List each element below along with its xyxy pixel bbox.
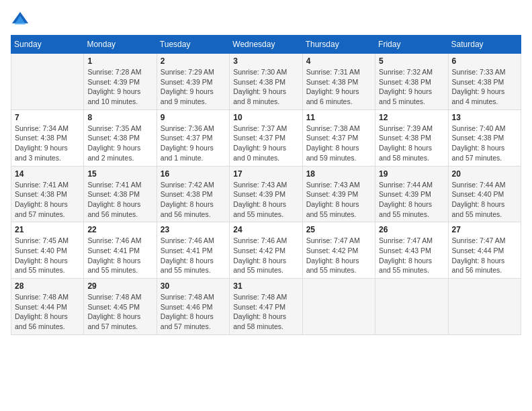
day-number: 4	[306, 56, 371, 66]
calendar-cell: 10Sunrise: 7:37 AMSunset: 4:37 PMDayligh…	[230, 109, 302, 166]
calendar-cell: 11Sunrise: 7:38 AMSunset: 4:37 PMDayligh…	[302, 109, 375, 166]
calendar-cell: 31Sunrise: 7:48 AMSunset: 4:47 PMDayligh…	[230, 279, 302, 335]
week-row-1: 1Sunrise: 7:28 AMSunset: 4:39 PMDaylight…	[11, 54, 521, 110]
calendar-cell	[448, 279, 521, 335]
day-info: Sunrise: 7:45 AMSunset: 4:40 PMDaylight:…	[15, 236, 80, 275]
day-info: Sunrise: 7:43 AMSunset: 4:39 PMDaylight:…	[306, 180, 371, 220]
calendar-cell: 8Sunrise: 7:35 AMSunset: 4:38 PMDaylight…	[84, 109, 157, 166]
calendar-cell: 25Sunrise: 7:47 AMSunset: 4:42 PMDayligh…	[302, 222, 375, 279]
calendar-cell: 28Sunrise: 7:48 AMSunset: 4:44 PMDayligh…	[11, 279, 84, 335]
day-info: Sunrise: 7:42 AMSunset: 4:38 PMDaylight:…	[161, 180, 226, 220]
week-row-5: 28Sunrise: 7:48 AMSunset: 4:44 PMDayligh…	[11, 279, 521, 335]
day-number: 28	[15, 281, 80, 291]
calendar-cell: 16Sunrise: 7:42 AMSunset: 4:38 PMDayligh…	[157, 166, 229, 222]
calendar-cell: 20Sunrise: 7:44 AMSunset: 4:40 PMDayligh…	[448, 166, 521, 222]
week-row-3: 14Sunrise: 7:41 AMSunset: 4:38 PMDayligh…	[11, 166, 521, 222]
day-number: 17	[233, 169, 298, 179]
day-info: Sunrise: 7:31 AMSunset: 4:38 PMDaylight:…	[306, 67, 371, 107]
day-number: 19	[379, 169, 444, 179]
day-number: 7	[15, 113, 80, 122]
day-info: Sunrise: 7:46 AMSunset: 4:41 PMDaylight:…	[161, 236, 226, 275]
day-number: 14	[15, 169, 80, 179]
calendar-cell: 1Sunrise: 7:28 AMSunset: 4:39 PMDaylight…	[84, 54, 157, 110]
day-info: Sunrise: 7:48 AMSunset: 4:44 PMDaylight:…	[15, 292, 80, 332]
day-number: 2	[161, 56, 226, 66]
day-info: Sunrise: 7:40 AMSunset: 4:38 PMDaylight:…	[452, 124, 517, 163]
day-number: 3	[233, 56, 298, 66]
calendar-cell: 26Sunrise: 7:47 AMSunset: 4:43 PMDayligh…	[375, 222, 448, 279]
calendar-cell: 15Sunrise: 7:41 AMSunset: 4:38 PMDayligh…	[84, 166, 157, 222]
day-number: 23	[161, 225, 226, 234]
day-info: Sunrise: 7:38 AMSunset: 4:37 PMDaylight:…	[306, 124, 371, 163]
calendar-cell: 5Sunrise: 7:32 AMSunset: 4:38 PMDaylight…	[375, 54, 448, 110]
calendar-cell: 4Sunrise: 7:31 AMSunset: 4:38 PMDaylight…	[302, 54, 375, 110]
day-number: 21	[15, 225, 80, 234]
header-thursday: Thursday	[302, 36, 375, 54]
day-number: 1	[87, 56, 152, 66]
calendar-cell	[302, 279, 375, 335]
day-info: Sunrise: 7:28 AMSunset: 4:39 PMDaylight:…	[87, 67, 152, 107]
day-info: Sunrise: 7:30 AMSunset: 4:38 PMDaylight:…	[233, 67, 298, 107]
day-info: Sunrise: 7:43 AMSunset: 4:39 PMDaylight:…	[233, 180, 298, 220]
calendar-cell: 2Sunrise: 7:29 AMSunset: 4:39 PMDaylight…	[157, 54, 229, 110]
day-info: Sunrise: 7:39 AMSunset: 4:38 PMDaylight:…	[379, 124, 444, 163]
day-number: 15	[87, 169, 152, 179]
calendar-cell: 7Sunrise: 7:34 AMSunset: 4:38 PMDaylight…	[11, 109, 84, 166]
header-row: SundayMondayTuesdayWednesdayThursdayFrid…	[11, 36, 521, 54]
day-number: 8	[87, 113, 152, 122]
day-number: 27	[452, 225, 517, 234]
day-info: Sunrise: 7:33 AMSunset: 4:38 PMDaylight:…	[452, 67, 517, 107]
calendar-cell: 13Sunrise: 7:40 AMSunset: 4:38 PMDayligh…	[448, 109, 521, 166]
calendar-table: SundayMondayTuesdayWednesdayThursdayFrid…	[11, 35, 521, 335]
day-info: Sunrise: 7:48 AMSunset: 4:46 PMDaylight:…	[161, 292, 226, 332]
day-info: Sunrise: 7:34 AMSunset: 4:38 PMDaylight:…	[15, 124, 80, 163]
calendar-cell: 6Sunrise: 7:33 AMSunset: 4:38 PMDaylight…	[448, 54, 521, 110]
calendar-cell: 21Sunrise: 7:45 AMSunset: 4:40 PMDayligh…	[11, 222, 84, 279]
day-number: 16	[161, 169, 226, 179]
header-tuesday: Tuesday	[157, 36, 229, 54]
day-info: Sunrise: 7:35 AMSunset: 4:38 PMDaylight:…	[87, 124, 152, 163]
calendar-cell: 17Sunrise: 7:43 AMSunset: 4:39 PMDayligh…	[230, 166, 302, 222]
day-info: Sunrise: 7:46 AMSunset: 4:41 PMDaylight:…	[87, 236, 152, 275]
day-info: Sunrise: 7:47 AMSunset: 4:42 PMDaylight:…	[306, 236, 371, 275]
calendar-cell	[11, 54, 84, 110]
day-number: 24	[233, 225, 298, 234]
calendar-cell: 9Sunrise: 7:36 AMSunset: 4:37 PMDaylight…	[157, 109, 229, 166]
day-info: Sunrise: 7:44 AMSunset: 4:39 PMDaylight:…	[379, 180, 444, 220]
day-number: 13	[452, 113, 517, 122]
day-info: Sunrise: 7:48 AMSunset: 4:45 PMDaylight:…	[87, 292, 152, 332]
calendar-cell: 23Sunrise: 7:46 AMSunset: 4:41 PMDayligh…	[157, 222, 229, 279]
day-number: 11	[306, 113, 371, 122]
day-number: 6	[452, 56, 517, 66]
logo	[11, 11, 32, 30]
day-number: 26	[379, 225, 444, 234]
day-info: Sunrise: 7:44 AMSunset: 4:40 PMDaylight:…	[452, 180, 517, 220]
page-header	[11, 11, 521, 30]
calendar-cell: 27Sunrise: 7:47 AMSunset: 4:44 PMDayligh…	[448, 222, 521, 279]
day-number: 30	[161, 281, 226, 291]
day-info: Sunrise: 7:36 AMSunset: 4:37 PMDaylight:…	[161, 124, 226, 163]
day-number: 5	[379, 56, 444, 66]
day-info: Sunrise: 7:41 AMSunset: 4:38 PMDaylight:…	[87, 180, 152, 220]
day-number: 25	[306, 225, 371, 234]
day-number: 22	[87, 225, 152, 234]
calendar-cell: 3Sunrise: 7:30 AMSunset: 4:38 PMDaylight…	[230, 54, 302, 110]
day-info: Sunrise: 7:46 AMSunset: 4:42 PMDaylight:…	[233, 236, 298, 275]
day-info: Sunrise: 7:32 AMSunset: 4:38 PMDaylight:…	[379, 67, 444, 107]
day-number: 10	[233, 113, 298, 122]
header-saturday: Saturday	[448, 36, 521, 54]
day-number: 18	[306, 169, 371, 179]
day-number: 20	[452, 169, 517, 179]
day-info: Sunrise: 7:41 AMSunset: 4:38 PMDaylight:…	[15, 180, 80, 220]
calendar-cell: 19Sunrise: 7:44 AMSunset: 4:39 PMDayligh…	[375, 166, 448, 222]
calendar-cell: 30Sunrise: 7:48 AMSunset: 4:46 PMDayligh…	[157, 279, 229, 335]
calendar-cell: 24Sunrise: 7:46 AMSunset: 4:42 PMDayligh…	[230, 222, 302, 279]
header-monday: Monday	[84, 36, 157, 54]
calendar-cell: 22Sunrise: 7:46 AMSunset: 4:41 PMDayligh…	[84, 222, 157, 279]
header-friday: Friday	[375, 36, 448, 54]
day-number: 9	[161, 113, 226, 122]
calendar-cell	[375, 279, 448, 335]
day-number: 12	[379, 113, 444, 122]
day-info: Sunrise: 7:47 AMSunset: 4:43 PMDaylight:…	[379, 236, 444, 275]
header-wednesday: Wednesday	[230, 36, 302, 54]
